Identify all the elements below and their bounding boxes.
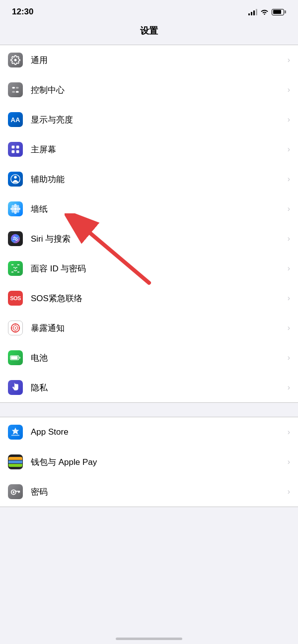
group-spacer (0, 403, 298, 417)
icon-wallpaper (8, 201, 23, 216)
svg-rect-36 (19, 357, 21, 358)
wallpaper-label: 墙纸 (31, 203, 284, 215)
wallet-stripes (8, 457, 22, 467)
page-title: 设置 (140, 26, 158, 36)
face-icon (10, 263, 21, 274)
svg-rect-22 (11, 271, 14, 272)
settings-row-wallet[interactable]: 钱包与 Apple Pay › (0, 447, 298, 477)
settings-group-2: App Store › 钱包与 Apple Pay › 密码 › (0, 417, 298, 507)
svg-rect-6 (12, 150, 15, 153)
privacy-label: 隐私 (31, 382, 284, 393)
chevron-icon: › (288, 175, 290, 184)
settings-row-general[interactable]: 通用 › (0, 45, 298, 75)
password-label: 密码 (31, 486, 284, 498)
svg-point-24 (13, 267, 14, 268)
settings-row-password[interactable]: 密码 › (0, 477, 298, 507)
aa-icon: AA (11, 116, 20, 124)
chevron-icon: › (288, 457, 290, 466)
siri-icon (10, 233, 21, 244)
general-label: 通用 (31, 55, 284, 66)
icon-password (8, 484, 23, 499)
svg-point-25 (16, 267, 17, 268)
exposure-label: 暴露通知 (31, 322, 284, 334)
chevron-icon: › (288, 353, 290, 362)
svg-point-39 (13, 491, 15, 493)
svg-rect-20 (11, 264, 14, 265)
settings-row-battery[interactable]: 电池 › (0, 343, 298, 373)
icon-siri (8, 231, 23, 246)
sos-label: SOS紧急联络 (31, 293, 284, 304)
svg-rect-1 (16, 87, 19, 88)
settings-row-siri[interactable]: Siri 与搜索 › (0, 224, 298, 254)
settings-row-appstore[interactable]: App Store › (0, 417, 298, 447)
battery-label: 电池 (31, 352, 284, 364)
settings-row-display[interactable]: AA 显示与亮度 › (0, 105, 298, 134)
icon-home (8, 142, 23, 157)
svg-point-19 (11, 234, 20, 243)
siri-label: Siri 与搜索 (31, 233, 284, 245)
battery-icon-svg (10, 354, 21, 361)
accessibility-label: 辅助功能 (31, 174, 284, 185)
flower-icon (10, 203, 21, 214)
gear-icon (10, 55, 20, 65)
svg-rect-4 (12, 146, 15, 149)
status-bar: 12:30 (0, 0, 298, 21)
sos-text: SOS (10, 295, 21, 301)
icon-display: AA (8, 112, 23, 127)
icon-wallet (8, 454, 23, 469)
svg-rect-7 (16, 150, 19, 153)
settings-row-wallpaper[interactable]: 墙纸 › (0, 194, 298, 224)
person-circle-icon (10, 174, 21, 185)
settings-row-homescreen[interactable]: 主屏幕 › (0, 134, 298, 164)
svg-rect-2 (12, 91, 15, 93)
icon-battery (8, 350, 23, 365)
icon-sos: SOS (8, 291, 23, 306)
chevron-icon: › (288, 115, 290, 124)
svg-point-29 (15, 327, 16, 329)
settings-group-1: 通用 › 控制中心 › AA 显示与亮度 › (0, 45, 298, 403)
chevron-icon: › (288, 234, 290, 243)
chevron-icon: › (288, 294, 290, 303)
homescreen-label: 主屏幕 (31, 144, 284, 155)
appstore-icon-svg (10, 427, 21, 438)
settings-row-sos[interactable]: SOS SOS紧急联络 › (0, 283, 298, 313)
icon-general (8, 53, 23, 67)
exposure-icon (10, 322, 21, 333)
wallet-label: 钱包与 Apple Pay (31, 456, 284, 468)
settings-row-privacy[interactable]: 隐私 › (0, 373, 298, 402)
key-icon (10, 486, 21, 497)
svg-rect-35 (11, 356, 18, 359)
icon-exposure (8, 321, 23, 335)
icon-control (8, 82, 23, 97)
settings-row-accessibility[interactable]: 辅助功能 › (0, 164, 298, 194)
display-label: 显示与亮度 (31, 114, 284, 126)
svg-rect-5 (16, 146, 19, 149)
svg-rect-23 (17, 271, 20, 272)
settings-row-exposure[interactable]: 暴露通知 › (0, 313, 298, 343)
hand-icon (10, 382, 21, 393)
chevron-icon: › (288, 85, 290, 94)
svg-rect-3 (16, 91, 19, 93)
grid-icon (10, 144, 20, 154)
battery-status-icon (272, 9, 286, 15)
signal-icon (248, 8, 257, 15)
icon-privacy (8, 380, 23, 395)
chevron-icon: › (288, 323, 290, 332)
chevron-icon: › (288, 428, 290, 437)
settings-row-control[interactable]: 控制中心 › (0, 75, 298, 105)
faceid-label: 面容 ID 与密码 (31, 263, 284, 274)
appstore-label: App Store (31, 427, 284, 437)
chevron-icon: › (288, 56, 290, 64)
chevron-icon: › (288, 204, 290, 213)
svg-point-9 (14, 176, 17, 179)
settings-row-faceid[interactable]: 面容 ID 与密码 › (0, 254, 298, 283)
toggles-icon (10, 85, 20, 95)
svg-rect-21 (17, 264, 20, 265)
status-time: 12:30 (12, 7, 33, 17)
svg-rect-0 (12, 87, 15, 88)
chevron-icon: › (288, 383, 290, 392)
wifi-icon (260, 9, 269, 15)
chevron-icon: › (288, 487, 290, 496)
status-icons (248, 8, 286, 15)
icon-appstore (8, 425, 23, 440)
